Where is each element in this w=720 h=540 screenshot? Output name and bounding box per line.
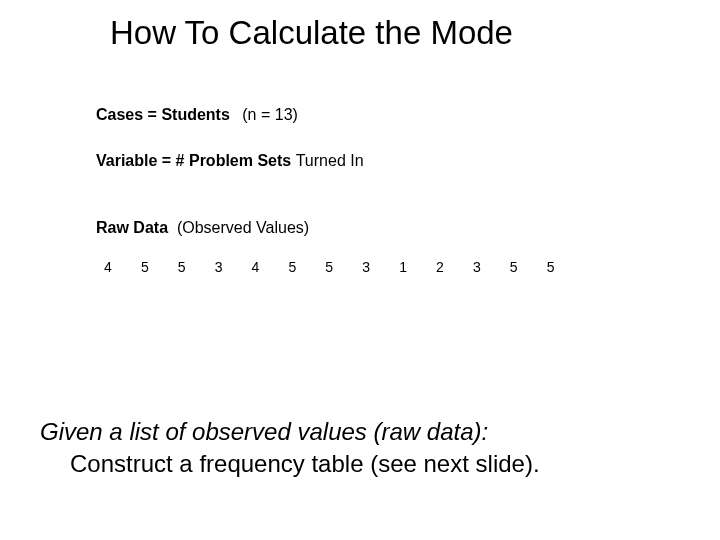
- raw-value: 3: [215, 259, 248, 275]
- raw-value: 3: [362, 259, 395, 275]
- variable-line: Variable = # Problem Sets Turned In: [96, 152, 364, 170]
- raw-value: 2: [436, 259, 469, 275]
- rawdata-heading: Raw Data (Observed Values): [96, 219, 309, 237]
- raw-value: 4: [104, 259, 137, 275]
- variable-suffix-text: Turned In: [296, 152, 364, 169]
- cases-n: (n = 13): [242, 106, 298, 123]
- slide: How To Calculate the Mode Cases = Studen…: [0, 0, 720, 540]
- cases-line: Cases = Students (n = 13): [96, 106, 298, 124]
- raw-value: 5: [141, 259, 174, 275]
- slide-title: How To Calculate the Mode: [110, 14, 513, 52]
- raw-value: 5: [547, 259, 580, 275]
- raw-value: 5: [178, 259, 211, 275]
- rawdata-label: Raw Data: [96, 219, 168, 236]
- cases-label: Cases = Students: [96, 106, 230, 123]
- raw-value: 3: [473, 259, 506, 275]
- rawdata-suffix-text: (Observed Values): [177, 219, 309, 236]
- raw-value: 4: [252, 259, 285, 275]
- raw-value: 5: [325, 259, 358, 275]
- rawdata-values: 4 5 5 3 4 5 5 3 1 2 3 5 5: [104, 259, 580, 275]
- raw-value: 5: [510, 259, 543, 275]
- variable-label: Variable = # Problem Sets: [96, 152, 291, 169]
- raw-value: 5: [288, 259, 321, 275]
- body-line-2: Construct a frequency table (see next sl…: [70, 450, 540, 478]
- body-line-1: Given a list of observed values (raw dat…: [40, 418, 488, 446]
- raw-value: 1: [399, 259, 432, 275]
